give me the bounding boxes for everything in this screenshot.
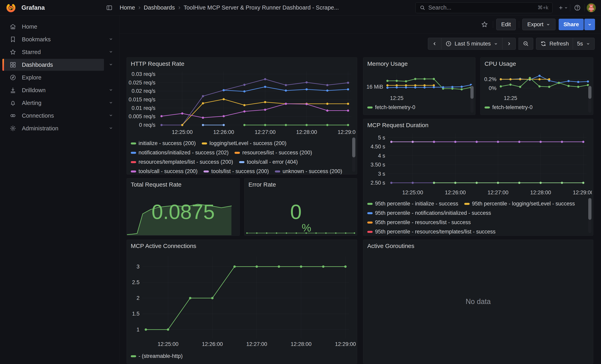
link-icon (10, 112, 16, 119)
panel-total-request-rate: Total Request Rate 0.0875 (127, 178, 240, 236)
panel-title[interactable]: MCP Request Duration (363, 119, 593, 130)
mcp-request-duration-chart[interactable]: 12:25:0012:26:0012:27:0012:28:0012:29:00… (364, 130, 592, 198)
legend-scrollbar[interactable] (588, 85, 591, 113)
star-dashboard-button[interactable] (479, 19, 490, 30)
breadcrumb-home[interactable]: Home (120, 4, 135, 11)
legend-color-chip (367, 212, 373, 214)
breadcrumb-current[interactable]: ToolHive MCP Server & Proxy Runner Dashb… (184, 4, 339, 11)
sidebar-item-home[interactable]: Home (0, 20, 120, 33)
legend-item[interactable]: 95th percentile - initialize - success (367, 199, 458, 208)
chevron-down-icon[interactable] (108, 62, 113, 68)
share-button[interactable]: Share (559, 19, 584, 30)
legend-label: resources/templates/list - success (200) (139, 159, 233, 165)
chevron-down-icon[interactable] (108, 49, 113, 55)
legend-item[interactable]: 95th percentile - notifications/initiali… (367, 208, 491, 218)
time-back-button[interactable] (428, 38, 441, 50)
legend-item[interactable]: tools/call - success (200) (131, 167, 198, 174)
panel-http-request-rate: HTTP Request Rate 12:25:0012:26:0012:27:… (127, 58, 357, 175)
cpu-usage-chart[interactable]: 12:250%0.2% (482, 68, 592, 102)
zoom-out-button[interactable] (519, 38, 533, 50)
legend-color-chip (367, 107, 373, 108)
svg-text:0.015 req/s: 0.015 req/s (129, 97, 155, 103)
svg-text:4 s: 4 s (378, 153, 385, 159)
chevron-down-icon[interactable] (108, 100, 113, 106)
scrollbar-thumb[interactable] (588, 86, 591, 99)
legend-item[interactable]: 95th percentile - resources/templates/li… (367, 227, 495, 236)
http-request-rate-chart[interactable]: 12:25:0012:26:0012:27:0012:28:0012:29:00… (128, 68, 356, 138)
refresh-button[interactable]: Refresh (536, 38, 573, 50)
panel-title[interactable]: HTTP Request Rate (127, 58, 357, 68)
stat-value-wrap: 0 % (244, 188, 357, 236)
user-avatar[interactable] (587, 3, 596, 12)
star-icon (10, 49, 16, 55)
search-input[interactable]: Search... ⌘+k (415, 2, 552, 13)
grafana-logo-icon[interactable] (6, 2, 16, 13)
legend-scrollbar[interactable] (352, 138, 355, 172)
legend-item[interactable]: fetch-telemetry-0 (485, 103, 533, 112)
sidebar-item-drilldown[interactable]: Drilldown (0, 84, 120, 97)
sidebar-item-bookmarks[interactable]: Bookmarks (0, 33, 120, 46)
scrollbar-thumb[interactable] (352, 138, 355, 157)
legend-scrollbar[interactable] (588, 198, 591, 233)
chevron-right-icon (137, 5, 142, 10)
legend-item[interactable]: 95th percentile - logging/setLevel - suc… (464, 199, 575, 208)
scrollbar-thumb[interactable] (588, 198, 591, 220)
legend-item[interactable]: fetch-telemetry-0 (367, 103, 415, 112)
panel-title[interactable]: MCP Active Connections (127, 240, 357, 251)
share-menu-button[interactable] (584, 19, 595, 30)
breadcrumb-dashboards[interactable]: Dashboards (144, 4, 175, 11)
legend-item[interactable]: tools/list - success (200) (203, 167, 269, 174)
legend-color-chip (234, 152, 240, 154)
help-icon[interactable] (572, 3, 582, 13)
sidebar-toggle-icon[interactable] (104, 3, 114, 13)
scrollbar-thumb[interactable] (471, 86, 474, 99)
bell-icon (10, 99, 16, 106)
legend-item[interactable]: notifications/initialized - success (202… (131, 148, 229, 157)
legend-item[interactable]: resources/templates/list - success (200) (131, 157, 233, 167)
time-forward-button[interactable] (502, 38, 516, 50)
sidebar-item-alerting[interactable]: Alerting (0, 97, 120, 109)
legend-color-chip (485, 107, 490, 108)
svg-text:0%: 0% (489, 85, 496, 91)
legend-item[interactable]: resources/list - success (200) (234, 148, 312, 157)
svg-text:1.5: 1.5 (132, 311, 140, 317)
panel-title[interactable]: Memory Usage (363, 58, 475, 68)
edit-button[interactable]: Edit (496, 19, 516, 30)
legend-item[interactable]: tools/call - error (404) (239, 157, 298, 167)
sidebar-item-starred[interactable]: Starred (0, 46, 120, 59)
search-placeholder: Search... (428, 4, 535, 11)
sidebar-item-label: Home (22, 23, 37, 30)
sidebar-item-connections[interactable]: Connections (0, 109, 120, 122)
add-button[interactable] (558, 3, 568, 13)
legend-item[interactable]: unknown - success (200) (275, 167, 342, 174)
sidebar-item-explore[interactable]: Explore (0, 71, 120, 84)
panel-title[interactable]: Total Request Rate (127, 178, 240, 189)
svg-text:3 s: 3 s (378, 171, 385, 177)
legend-label: tools/call - error (404) (247, 159, 298, 165)
legend-item[interactable]: - (streamable-http) (131, 352, 183, 361)
divider (584, 4, 585, 11)
chevron-down-icon[interactable] (108, 113, 113, 119)
chevron-down-icon (586, 41, 591, 46)
legend-item[interactable]: 95th percentile - resources/list - succe… (367, 218, 471, 227)
legend-scrollbar[interactable] (471, 85, 474, 113)
export-button[interactable]: Export (522, 19, 555, 30)
sidebar-item-administration[interactable]: Administration (0, 122, 120, 135)
legend-item[interactable]: initialize - success (200) (131, 139, 196, 148)
legend-item[interactable]: logging/setLevel - success (200) (202, 139, 286, 148)
sidebar-item-dashboards[interactable]: Dashboards (0, 59, 120, 71)
legend-color-chip (239, 161, 244, 163)
memory-usage-chart[interactable]: 12:2516 MiB (364, 68, 474, 102)
chevron-down-icon[interactable] (108, 125, 113, 131)
chevron-down-icon[interactable] (108, 36, 113, 42)
main-content: Edit Export Share Last 5 minutes (120, 16, 601, 364)
svg-text:0.025 req/s: 0.025 req/s (129, 80, 155, 86)
panel-title[interactable]: CPU Usage (481, 58, 593, 68)
refresh-interval-picker[interactable]: 5s (573, 38, 595, 50)
chevron-down-icon[interactable] (108, 87, 113, 93)
panel-title[interactable]: Error Rate (244, 178, 357, 189)
panel-mcp-active-connections: MCP Active Connections 12:25:0012:26:001… (127, 240, 357, 364)
svg-text:1: 1 (137, 327, 140, 333)
time-range-picker[interactable]: Last 5 minutes (441, 38, 502, 50)
mcp-active-connections-chart[interactable]: 12:25:0012:26:0012:27:0012:28:0012:29:00… (128, 251, 356, 351)
